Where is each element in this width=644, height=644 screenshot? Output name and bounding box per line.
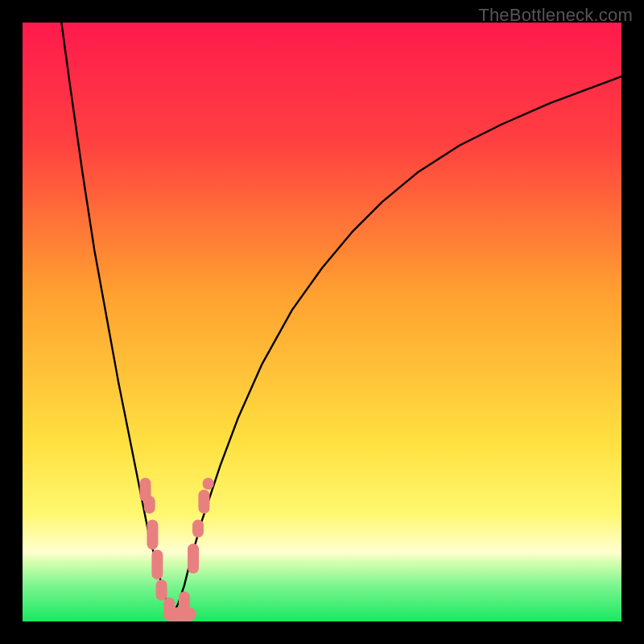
chart-frame: TheBottleneck.com bbox=[0, 0, 644, 644]
marker-seg-2 bbox=[147, 520, 158, 550]
marker-seg-10 bbox=[203, 477, 214, 489]
watermark-text: TheBottleneck.com bbox=[478, 5, 633, 26]
marker-bottom-bar bbox=[163, 608, 196, 621]
marker-seg-1 bbox=[144, 496, 155, 514]
gradient-background bbox=[23, 23, 621, 621]
marker-seg-3 bbox=[151, 550, 163, 580]
marker-seg-9 bbox=[198, 489, 209, 514]
bottleneck-chart bbox=[23, 23, 621, 621]
marker-seg-8 bbox=[192, 520, 204, 538]
marker-seg-7 bbox=[188, 543, 199, 573]
marker-seg-4 bbox=[156, 580, 167, 601]
